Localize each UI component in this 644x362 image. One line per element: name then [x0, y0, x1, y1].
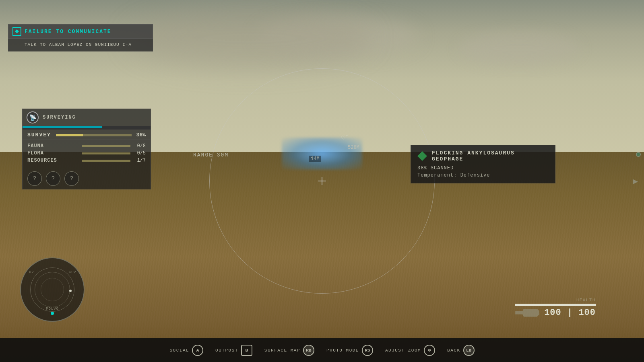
action-back-label: BACK: [447, 348, 460, 353]
fauna-row: FAUNA 0/8: [27, 143, 146, 149]
compass-dot: [69, 290, 72, 292]
action-surface-map: SURFACE MAP RB: [264, 345, 314, 356]
range-indicator: RANGE 30M: [193, 152, 229, 158]
health-panel: HEALTH 100 | 100: [515, 298, 596, 318]
resources-label: RESOURCES: [27, 158, 57, 163]
survey-btn-3[interactable]: ?: [64, 171, 79, 186]
health-value: 100 | 100: [544, 308, 596, 318]
creature-header: FLOCKING ANKYLOSAURUS GEOPHAGE: [417, 150, 549, 162]
crosshair: [316, 175, 328, 187]
creature-highlight: [282, 138, 362, 170]
creature-temperament: Temperament: Defensive: [417, 173, 549, 178]
scanner-target-icon: ♡̈: [341, 134, 345, 142]
survey-icon-row: ? ? ?: [23, 168, 151, 189]
distance-528m: 528M: [348, 145, 359, 150]
compass-o2-label: O2: [29, 270, 34, 274]
right-arrow-icon: ▶: [633, 176, 638, 186]
fauna-label: FAUNA: [27, 143, 44, 149]
compass-co2-label: CO2: [69, 270, 76, 274]
action-social-label: SOCIAL: [170, 348, 190, 353]
fauna-value: 0/8: [134, 143, 146, 149]
survey-big-row: SURVEY 36%: [23, 130, 151, 140]
weapon-icon: [515, 309, 539, 317]
action-adjust-zoom-label: ADJUST ZOOM: [385, 348, 421, 353]
survey-panel: 📡 SURVEYING SURVEY 36% FAUNA 0/8 FLORA 0…: [22, 109, 151, 189]
creature-panel: FLOCKING ANKYLOSAURUS GEOPHAGE 38% SCANN…: [411, 145, 555, 183]
survey-big-bar: [56, 134, 132, 136]
action-surface-map-label: SURFACE MAP: [264, 348, 300, 353]
action-back-btn[interactable]: LB: [463, 345, 475, 356]
health-weapon-row: 100 | 100: [515, 308, 596, 318]
survey-scan-fill: [23, 126, 102, 128]
creature-name: FLOCKING ANKYLOSAURUS GEOPHAGE: [432, 150, 549, 162]
action-surface-map-btn[interactable]: RB: [303, 345, 314, 356]
temperament-label: Temperament:: [417, 173, 457, 178]
survey-header: 📡 SURVEYING: [23, 109, 151, 126]
health-bar: [515, 304, 596, 306]
action-photo-mode-btn[interactable]: RS: [362, 345, 373, 356]
quest-icon: [12, 27, 21, 36]
temperament-value: Defensive: [460, 173, 490, 178]
survey-content: FAUNA 0/8 FLORA 0/5 RESOURCES 1/7: [23, 140, 151, 168]
resources-progress-bar: [82, 160, 130, 162]
quest-diamond-icon: [15, 29, 19, 33]
health-label: HEALTH: [515, 298, 596, 302]
action-adjust-zoom-btn[interactable]: ⊕: [424, 345, 435, 356]
survey-progress-bar: [23, 126, 151, 130]
action-outpost-btn[interactable]: B: [241, 345, 252, 356]
flora-value: 0/5: [134, 150, 146, 156]
survey-big-value: 36%: [136, 132, 146, 138]
compass-gauge: O2 CO2 POLVO: [20, 257, 85, 322]
compass-polvo-label: POLVO: [46, 307, 59, 311]
action-outpost: OUTPOST B: [215, 345, 252, 356]
action-outpost-label: OUTPOST: [215, 348, 238, 353]
compass-teal-dot: [51, 312, 54, 315]
right-dot-indicator: [636, 152, 641, 157]
action-social-btn[interactable]: A: [192, 345, 203, 356]
compass-topo-lines: [30, 267, 74, 312]
survey-big-label: SURVEY: [27, 132, 51, 138]
creature-gem-icon: [417, 151, 427, 161]
flora-row: FLORA 0/5: [27, 150, 146, 156]
quest-subtitle: TALK TO ALBAN LOPEZ ON GUNIIBUU I-A: [8, 39, 153, 51]
health-bar-fill: [515, 304, 596, 306]
action-social: SOCIAL A: [170, 345, 204, 356]
flora-label: FLORA: [27, 150, 44, 156]
fauna-progress-bar: [82, 145, 130, 147]
action-back: BACK LB: [447, 345, 474, 356]
resources-value: 1/7: [134, 158, 146, 163]
distance-14m: 14M: [309, 156, 321, 162]
resources-row: RESOURCES 1/7: [27, 158, 146, 163]
action-photo-mode-label: PHOTO MODE: [326, 348, 359, 353]
survey-icon: 📡: [27, 111, 39, 123]
compass-panel: O2 CO2 POLVO: [20, 257, 85, 322]
quest-panel: FAILURE TO COMMUNICATE TALK TO ALBAN LOP…: [8, 24, 153, 51]
action-adjust-zoom: ADJUST ZOOM ⊕: [385, 345, 435, 356]
creature-scan-pct: 38% SCANNED: [417, 165, 549, 171]
flora-progress-bar: [82, 152, 130, 154]
survey-label: SURVEYING: [43, 115, 76, 120]
action-photo-mode: PHOTO MODE RS: [326, 345, 373, 356]
survey-btn-1[interactable]: ?: [27, 171, 42, 186]
survey-btn-2[interactable]: ?: [46, 171, 60, 186]
quest-title-bar: FAILURE TO COMMUNICATE: [8, 24, 153, 39]
survey-big-fill: [56, 134, 83, 136]
quest-title: FAILURE TO COMMUNICATE: [25, 29, 111, 35]
action-bar: SOCIAL A OUTPOST B SURFACE MAP RB PHOTO …: [0, 338, 644, 362]
